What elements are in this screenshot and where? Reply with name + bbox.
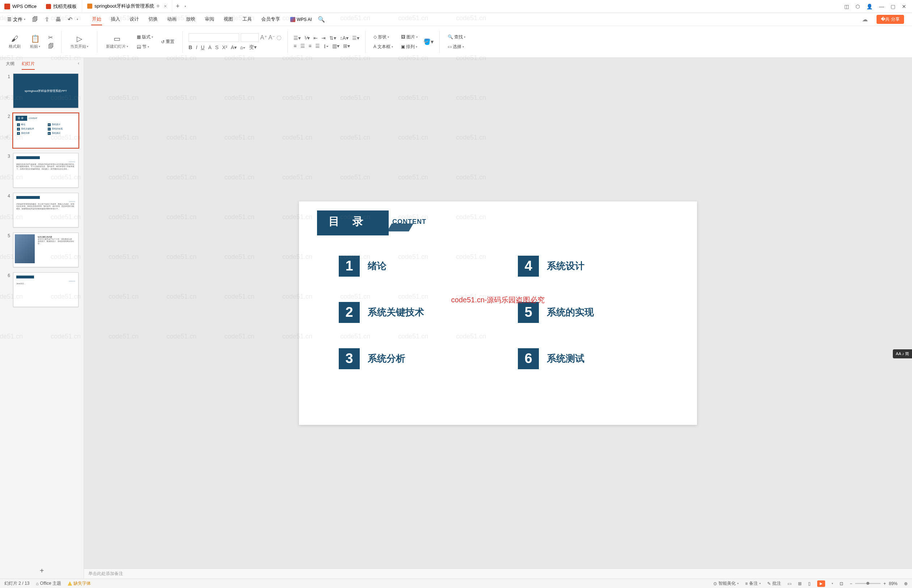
select-button[interactable]: ▭选择▾ xyxy=(445,43,468,51)
align-center-icon[interactable]: ☰ xyxy=(300,43,305,49)
font-name-input[interactable] xyxy=(189,33,239,42)
clear-format-icon[interactable]: ◌ xyxy=(277,34,282,41)
phonetic-icon[interactable]: 变▾ xyxy=(249,44,257,51)
toc-content-label[interactable]: CONTENT xyxy=(392,218,426,226)
share-button[interactable]: �共 分享 xyxy=(876,15,904,24)
file-menu[interactable]: ☰ 文件 ▾ xyxy=(4,15,28,24)
avatar-icon[interactable]: 👤 xyxy=(867,3,873,10)
fill-icon[interactable]: 🪣▾ xyxy=(423,38,434,45)
missing-font-warning[interactable]: 缺失字体 xyxy=(68,580,91,586)
zoom-percent[interactable]: 89% xyxy=(889,581,897,586)
find-button[interactable]: 🔍查找▾ xyxy=(445,33,468,41)
text-effect-icon[interactable]: ⩍▾ xyxy=(240,44,245,50)
underline-icon[interactable]: U xyxy=(201,44,204,50)
arrange-button[interactable]: ▣排列▾ xyxy=(399,43,420,51)
line-spacing-icon[interactable]: ⇅▾ xyxy=(329,35,336,41)
numbering-icon[interactable]: ⅟▾ xyxy=(305,35,310,41)
bullets-icon[interactable]: ☰▾ xyxy=(293,35,301,41)
collapse-panel-icon[interactable]: ‹ xyxy=(78,61,79,68)
sorter-view-icon[interactable]: ⊞ xyxy=(798,581,802,586)
shape-button[interactable]: ◇形状▾ xyxy=(371,33,395,41)
menu-member[interactable]: 会员专享 xyxy=(261,14,281,25)
font-shrink-icon[interactable]: A⁻ xyxy=(269,34,275,41)
toc-item-3[interactable]: 3系统分析 xyxy=(339,348,489,369)
canvas-area[interactable]: 目 录 CONTENT 1绪论 4系统设计 2系统关键技术 5系统的实现 3系统… xyxy=(84,58,912,569)
menu-animation[interactable]: 动画 xyxy=(167,14,177,25)
section-button[interactable]: 🕮节▾ xyxy=(134,43,155,51)
align-text-icon[interactable]: ☰▾ xyxy=(352,35,360,41)
slide-thumb-4[interactable]: 4 ○○○○○○牙科诊所管理系统的建设，意义在于提高工作效率，降低人力成本，实现… xyxy=(5,193,79,228)
align-left-icon[interactable]: ≡ xyxy=(293,43,296,49)
toc-item-6[interactable]: 6系统测试 xyxy=(518,348,668,369)
convert-icon[interactable]: ⊞▾ xyxy=(343,43,350,49)
slideshow-button[interactable]: ▶ xyxy=(817,580,825,587)
align-right-icon[interactable]: ≡ xyxy=(309,43,312,49)
slide-count[interactable]: 幻灯片 2 / 13 xyxy=(4,580,29,586)
fit-icon[interactable]: ⊕ xyxy=(904,581,908,586)
from-current-group[interactable]: ▷ 当页开始▾ xyxy=(67,33,91,51)
font-color-icon[interactable]: A▾ xyxy=(231,44,237,50)
slideshow-dropdown[interactable]: ▾ xyxy=(832,582,833,585)
reset-button[interactable]: ↺重置 xyxy=(159,37,177,46)
notes-toggle[interactable]: ≡备注▾ xyxy=(745,580,761,586)
menu-start[interactable]: 开始 xyxy=(91,14,102,25)
indent-dec-icon[interactable]: ⇤ xyxy=(313,35,318,41)
tab-templates[interactable]: 找稻壳模板 xyxy=(41,0,82,13)
cube-icon[interactable]: ⬡ xyxy=(855,3,860,10)
menu-design[interactable]: 设计 xyxy=(129,14,140,25)
menu-review[interactable]: 审阅 xyxy=(204,14,215,25)
textbox-button[interactable]: A文本框▾ xyxy=(371,43,395,51)
menu-transition[interactable]: 切换 xyxy=(147,14,159,25)
toc-item-2[interactable]: 2系统关键技术 xyxy=(339,302,489,323)
notes-bar[interactable]: 单击此处添加备注 xyxy=(84,569,912,578)
text-direction-icon[interactable]: ↕A▾ xyxy=(340,35,348,41)
grid-icon[interactable]: ⊡ xyxy=(840,581,843,586)
superscript-icon[interactable]: X² xyxy=(222,44,227,50)
outline-tab[interactable]: 大纲 xyxy=(6,61,15,70)
comments-toggle[interactable]: ✎批注 xyxy=(767,580,781,586)
bold-icon[interactable]: B xyxy=(189,44,192,50)
paste-group[interactable]: 📋 粘贴▾ xyxy=(27,33,43,51)
toc-title[interactable]: 目 录 xyxy=(317,210,389,236)
font-grow-icon[interactable]: A⁺ xyxy=(260,34,267,41)
close-tab-icon[interactable]: × xyxy=(164,3,167,9)
slide-thumb-1[interactable]: 1 ☆ springboot牙科诊所管理系统PPT xyxy=(5,73,79,108)
slide-thumb-6[interactable]: 6 ○○○○○○Java语言... xyxy=(5,272,79,307)
slides-tab[interactable]: 幻灯片 xyxy=(22,61,35,70)
normal-view-icon[interactable]: ▭ xyxy=(787,581,792,586)
columns-icon[interactable]: ▥▾ xyxy=(332,43,339,49)
theme-indicator[interactable]: ⌂Office 主题 xyxy=(36,580,61,586)
menu-view[interactable]: 视图 xyxy=(223,14,234,25)
menu-slideshow[interactable]: 放映 xyxy=(185,14,196,25)
image-button[interactable]: 🖼图片▾ xyxy=(399,33,420,41)
format-brush-group[interactable]: 🖌 格式刷 xyxy=(6,33,24,51)
pin-icon[interactable]: ⊕ xyxy=(156,3,160,8)
beautify-button[interactable]: ⊙智能美化▾ xyxy=(713,580,739,586)
export-icon[interactable]: ⇪ xyxy=(44,16,50,23)
italic-icon[interactable]: I xyxy=(196,44,197,50)
reading-view-icon[interactable]: ▯ xyxy=(808,581,811,586)
toc-item-4[interactable]: 4系统设计 xyxy=(518,256,668,277)
font-size-input[interactable] xyxy=(241,33,259,42)
tab-document[interactable]: springboot牙科诊所管理系统 ⊕ × xyxy=(82,0,172,13)
slide-thumb-2[interactable]: 2 ☆ 目 录CONTENT 1绪论 4系统设计 2系统关键技术 5系统的实现 … xyxy=(5,113,79,148)
highlight-icon[interactable]: A xyxy=(208,44,211,50)
search-icon[interactable]: 🔍 xyxy=(318,16,325,23)
slide-canvas[interactable]: 目 录 CONTENT 1绪论 4系统设计 2系统关键技术 5系统的实现 3系统… xyxy=(299,202,697,425)
slide-thumb-5[interactable]: 5 论文主要工作内容本论文主要完成了以下工作：系统需求分析、系统设计、数据库设计… xyxy=(5,233,79,267)
align-justify-icon[interactable]: ☰ xyxy=(315,43,320,49)
tab-menu-dropdown[interactable]: ▾ xyxy=(185,5,186,8)
add-tab-button[interactable]: + xyxy=(172,3,183,10)
new-slide-group[interactable]: ▭ 新建幻灯片▾ xyxy=(103,33,131,51)
minimize-button[interactable]: — xyxy=(879,3,884,10)
save-icon[interactable]: 🗐 xyxy=(32,16,38,23)
toc-item-1[interactable]: 1绪论 xyxy=(339,256,489,277)
add-slide-button[interactable]: + xyxy=(0,563,84,578)
strike-icon[interactable]: S xyxy=(215,44,218,50)
zoom-out-icon[interactable]: − xyxy=(850,581,852,586)
layout-button[interactable]: ▦版式▾ xyxy=(134,33,155,41)
menu-tools[interactable]: 工具 xyxy=(242,14,253,25)
zoom-in-icon[interactable]: + xyxy=(883,581,886,586)
print-icon[interactable]: 🖶 xyxy=(55,16,62,23)
undo-icon[interactable]: ↶ xyxy=(66,16,73,23)
